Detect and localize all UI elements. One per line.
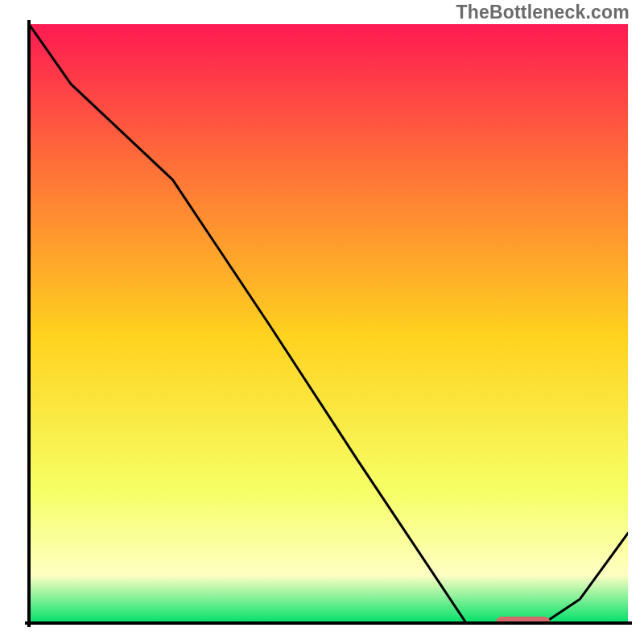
gradient-background: [29, 24, 628, 623]
watermark-text: TheBottleneck.com: [456, 2, 630, 23]
bottleneck-chart: [0, 0, 644, 644]
